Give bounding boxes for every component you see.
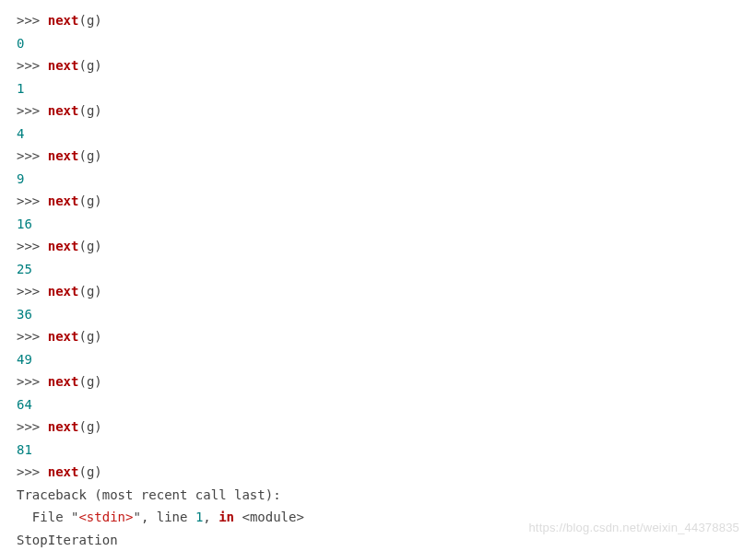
call-keyword: next <box>48 193 79 208</box>
repl-input-line: >>> next(g) <box>17 145 739 168</box>
open-paren: ( <box>78 284 86 299</box>
repl-input-line: >>> next(g) <box>17 190 739 213</box>
call-keyword: next <box>48 374 79 389</box>
repl-prompt: >>> <box>17 193 40 208</box>
call-keyword: next <box>48 239 79 253</box>
output-number: 81 <box>17 442 32 457</box>
repl-prompt: >>> <box>17 13 40 28</box>
repl-input-line: >>> next(g) <box>17 370 739 393</box>
open-paren: ( <box>78 464 86 479</box>
repl-output-line: 36 <box>17 303 739 326</box>
call-keyword: next <box>48 464 79 479</box>
open-paren: ( <box>78 103 86 118</box>
repl-output-line: 64 <box>17 393 739 416</box>
output-number: 49 <box>17 352 32 367</box>
output-number: 25 <box>17 262 32 276</box>
open-paren: ( <box>78 374 86 389</box>
call-keyword: next <box>48 103 79 118</box>
close-paren: ) <box>94 58 101 73</box>
repl-input-line: >>> next(g) <box>17 235 739 258</box>
open-paren: ( <box>78 239 86 253</box>
close-paren: ) <box>94 103 101 118</box>
repl-prompt: >>> <box>17 239 40 253</box>
repl-prompt: >>> <box>17 329 40 344</box>
repl-output-line: 1 <box>17 77 739 100</box>
traceback-file-line: File "<stdin>", line 1, in <module> <box>17 506 739 529</box>
close-paren: ) <box>94 284 101 299</box>
repl-input-line: >>> next(g) <box>17 9 739 32</box>
open-paren: ( <box>78 13 86 28</box>
output-number: 64 <box>17 397 32 412</box>
traceback-in-keyword: in <box>219 510 234 524</box>
traceback-module: <module> <box>234 510 304 524</box>
repl-output-line: 49 <box>17 348 739 371</box>
repl-input-line: >>> next(g) <box>17 416 739 439</box>
repl-prompt: >>> <box>17 419 40 434</box>
repl-output-line: 0 <box>17 32 739 55</box>
call-keyword: next <box>48 148 79 163</box>
repl-output-line: 81 <box>17 439 739 462</box>
output-number: 9 <box>17 171 24 186</box>
repl-input-line: >>> next(g) <box>17 54 739 77</box>
repl-output-line: 25 <box>17 258 739 281</box>
repl-prompt: >>> <box>17 58 40 73</box>
traceback-file-name: <stdin> <box>78 510 133 524</box>
output-number: 4 <box>17 126 24 141</box>
traceback-file-prefix: File " <box>17 510 78 524</box>
open-paren: ( <box>78 193 86 208</box>
call-keyword: next <box>48 58 79 73</box>
repl-input-line: >>> next(g) <box>17 100 739 123</box>
call-keyword: next <box>48 329 79 344</box>
repl-prompt: >>> <box>17 148 40 163</box>
close-paren: ) <box>94 193 101 208</box>
close-paren: ) <box>94 374 101 389</box>
repl-prompt: >>> <box>17 464 40 479</box>
repl-prompt: >>> <box>17 284 40 299</box>
output-number: 36 <box>17 307 32 322</box>
close-paren: ) <box>94 419 101 434</box>
open-paren: ( <box>78 58 86 73</box>
open-paren: ( <box>78 148 86 163</box>
output-number: 1 <box>17 81 24 96</box>
call-keyword: next <box>48 13 79 28</box>
repl-input-line: >>> next(g) <box>17 325 739 348</box>
repl-input-line: >>> next(g) <box>17 461 739 484</box>
repl-output-line: 4 <box>17 123 739 146</box>
repl-output-line: 16 <box>17 213 739 236</box>
traceback-file-mid2: , <box>203 510 219 524</box>
call-keyword: next <box>48 419 79 434</box>
close-paren: ) <box>94 13 101 28</box>
repl-prompt: >>> <box>17 103 40 118</box>
output-number: 16 <box>17 217 32 231</box>
repl-input-line: >>> next(g) <box>17 280 739 303</box>
close-paren: ) <box>94 148 101 163</box>
call-keyword: next <box>48 284 79 299</box>
close-paren: ) <box>94 464 101 479</box>
close-paren: ) <box>94 239 101 253</box>
repl-prompt: >>> <box>17 374 40 389</box>
traceback-error: StopIteration <box>17 529 739 552</box>
python-repl-block: >>> next(g)0>>> next(g)1>>> next(g)4>>> … <box>0 0 756 551</box>
open-paren: ( <box>78 419 86 434</box>
close-paren: ) <box>94 329 101 344</box>
traceback-file-mid: ", line <box>133 510 195 524</box>
repl-output-line: 9 <box>17 168 739 191</box>
open-paren: ( <box>78 329 86 344</box>
traceback-header: Traceback (most recent call last): <box>17 484 739 507</box>
output-number: 0 <box>17 36 24 51</box>
